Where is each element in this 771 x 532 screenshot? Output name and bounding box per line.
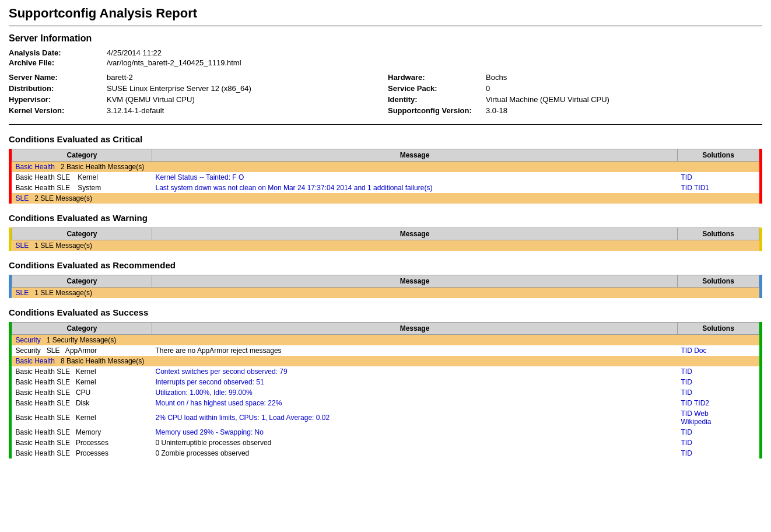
success-detail-security-cat: Security SLE AppArmor [12,345,152,356]
critical-group-sle: SLE 2 SLE Message(s) [12,193,759,204]
success-bh-sol4: TID TID2 [678,398,759,408]
archive-file-value: /var/log/nts_barett-2_140425_1119.html [107,58,762,67]
recommended-col-message: Message [152,275,678,288]
hardware-label: Hardware: [388,73,481,82]
table-row: Basic Health SLE Kernel Interrupts per s… [12,377,759,387]
success-bh-msg8: 0 Zombie processes observed [152,448,678,459]
success-col-message: Message [152,323,678,335]
server-info-heading: Server Information [9,33,762,44]
supportconfig-version-value: 3.0-18 [486,106,762,115]
success-bh-cat7: Basic Health SLE Processes [12,438,152,448]
server-info-top: Analysis Date: 4/25/2014 11:22 Archive F… [9,48,762,67]
recommended-heading: Conditions Evaluated as Recommended [9,260,762,270]
analysis-date-label: Analysis Date: [9,48,102,57]
success-bh-cat4: Basic Health SLE Disk [12,398,152,408]
success-bh-msg6: Memory used 29% - Swapping: No [152,427,678,438]
server-name-label: Server Name: [9,73,102,82]
service-pack-value: 0 [486,84,762,93]
supportconfig-version-label: Supportconfig Version: [388,106,481,115]
recommended-table: Category Message Solutions SLE 1 SLE Mes… [12,275,759,298]
table-row: Basic Health SLE Kernel Context switches… [12,366,759,377]
critical-detail-sol2: TID TID1 [678,183,759,193]
success-bh-sol2: TID [678,377,759,387]
sle-warning-link[interactable]: SLE [16,242,29,250]
archive-file-label: Archive File: [9,58,102,67]
table-row: Basic Health SLE Kernel Kernel Status --… [12,172,759,183]
sle-recommended-link[interactable]: SLE [16,289,29,297]
critical-detail-msg1: Kernel Status -- Tainted: F O [152,172,678,183]
success-bh-cat8: Basic Health SLE Processes [12,448,152,459]
critical-detail-cat1: Basic Health SLE Kernel [12,172,152,183]
service-pack-label: Service Pack: [388,84,481,93]
success-bh-sol1: TID [678,366,759,377]
table-row: SLE 1 SLE Message(s) [12,240,759,251]
table-row: Basic Health SLE Memory Memory used 29% … [12,427,759,438]
table-row: SLE 1 SLE Message(s) [12,288,759,299]
success-col-category: Category [12,323,152,335]
server-info-section: Server Information Analysis Date: 4/25/2… [9,33,762,115]
success-bh-msg2: Interrupts per second observed: 51 [152,377,678,387]
warning-col-message: Message [152,228,678,240]
success-bh-sol6: TID [678,427,759,438]
warning-header-row: Category Message Solutions [12,228,759,240]
critical-col-solutions: Solutions [678,149,759,162]
recommended-section: Category Message Solutions SLE 1 SLE Mes… [9,275,762,298]
critical-section: Category Message Solutions Basic Health … [9,149,762,204]
identity-label: Identity: [388,95,481,104]
critical-col-message: Message [152,149,678,162]
success-header-row: Category Message Solutions [12,323,759,335]
success-bh-sol5: TID WebWikipedia [678,408,759,427]
hypervisor-value: KVM (QEMU Virtual CPU) [107,95,383,104]
success-col-solutions: Solutions [678,323,759,335]
success-bh-msg5: 2% CPU load within limits, CPUs: 1, Load… [152,408,678,427]
kernel-version-value: 3.12.14-1-default [107,106,383,115]
table-row: Basic Health SLE Processes 0 Zombie proc… [12,448,759,459]
success-section: Category Message Solutions Security 1 Se… [9,322,762,459]
security-link[interactable]: Security [16,336,41,344]
kernel-version-label: Kernel Version: [9,106,102,115]
identity-value: Virtual Machine (QEMU Virtual CPU) [486,95,762,104]
sle-critical-link[interactable]: SLE [16,194,29,202]
success-bh-msg7: 0 Uninterruptible processes observed [152,438,678,448]
critical-group-basic-health: Basic Health 2 Basic Health Message(s) [12,162,759,173]
warning-section: Category Message Solutions SLE 1 SLE Mes… [9,228,762,251]
critical-detail-cat2: Basic Health SLE System [12,183,152,193]
table-row: Basic Health SLE System Last system down… [12,183,759,193]
table-row: Basic Health SLE CPU Utilization: 1.00%,… [12,387,759,398]
table-row: Security 1 Security Message(s) [12,335,759,346]
basic-health-link[interactable]: Basic Health [16,163,55,171]
table-row: Basic Health SLE Processes 0 Uninterrupt… [12,438,759,448]
critical-heading: Conditions Evaluated as Critical [9,134,762,144]
success-detail-security-sol: TID Doc [678,345,759,356]
success-bh-cat5: Basic Health SLE Kernel [12,408,152,427]
critical-col-category: Category [12,149,152,162]
recommended-group-sle: SLE 1 SLE Message(s) [12,288,759,299]
server-name-value: barett-2 [107,73,383,82]
success-bh-msg3: Utilization: 1.00%, Idle: 99.00% [152,387,678,398]
success-group-security: Security 1 Security Message(s) [12,335,759,346]
warning-table: Category Message Solutions SLE 1 SLE Mes… [12,228,759,251]
basic-health-success-link[interactable]: Basic Health [16,357,55,365]
success-bh-sol8: TID [678,448,759,459]
success-bh-cat3: Basic Health SLE CPU [12,387,152,398]
recommended-col-category: Category [12,275,152,288]
success-bh-sol7: TID [678,438,759,448]
analysis-date-value: 4/25/2014 11:22 [107,48,762,57]
server-info-grid: Server Name: barett-2 Hardware: Bochs Di… [9,73,762,115]
success-table: Category Message Solutions Security 1 Se… [12,322,759,459]
success-group-basic-health: Basic Health 8 Basic Health Message(s) [12,356,759,366]
warning-col-category: Category [12,228,152,240]
success-heading: Conditions Evaluated as Success [9,307,762,317]
success-bh-cat1: Basic Health SLE Kernel [12,366,152,377]
warning-heading: Conditions Evaluated as Warning [9,213,762,223]
success-bh-cat6: Basic Health SLE Memory [12,427,152,438]
critical-detail-msg2: Last system down was not clean on Mon Ma… [152,183,678,193]
recommended-col-solutions: Solutions [678,275,759,288]
table-row: Security SLE AppArmor There are no AppAr… [12,345,759,356]
page-title: Supportconfig Analysis Report [9,6,762,21]
success-detail-security-msg: There are no AppArmor reject messages [152,345,678,356]
critical-table: Category Message Solutions Basic Health … [12,149,759,204]
table-row: Basic Health 8 Basic Health Message(s) [12,356,759,366]
distribution-value: SUSE Linux Enterprise Server 12 (x86_64) [107,84,383,93]
critical-detail-sol1: TID [678,172,759,183]
